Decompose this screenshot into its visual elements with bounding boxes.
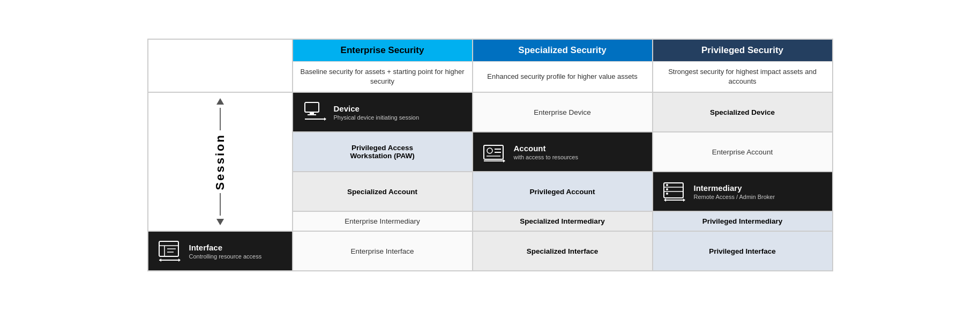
svg-marker-27 (178, 259, 181, 262)
device-specialized-cell: Specialized Device (653, 92, 833, 132)
header-empty-1 (148, 39, 293, 62)
svg-marker-4 (324, 117, 326, 121)
account-row-label: Account with access to resources (473, 132, 653, 172)
intermediary-row-text: Intermediary Remote Access / Admin Broke… (694, 183, 775, 200)
svg-rect-0 (305, 102, 319, 112)
device-title: Device (334, 104, 420, 113)
intermediary-row-label: Intermediary Remote Access / Admin Broke… (653, 172, 833, 211)
header-specialized: Specialized Security (473, 39, 653, 62)
interface-subtitle: Controlling resource access (189, 253, 262, 260)
session-label: Session (213, 134, 227, 190)
enterprise-subtitle: Baseline security for assets + starting … (293, 62, 473, 92)
svg-point-6 (487, 148, 492, 153)
intermediary-specialized-value: Specialized Intermediary (520, 217, 604, 225)
intermediary-specialized-cell: Specialized Intermediary (473, 211, 653, 231)
device-row-text: Device Physical device initiating sessio… (334, 104, 420, 121)
device-enterprise-cell: Enterprise Device (473, 92, 653, 132)
interface-row-label: Interface Controlling resource access (148, 231, 293, 271)
main-table: Enterprise Security Specialized Security… (147, 39, 833, 271)
intermediary-icon (662, 179, 687, 204)
session-line-top (220, 108, 221, 130)
svg-marker-20 (683, 198, 685, 202)
intermediary-privileged-cell: Privileged Intermediary (653, 211, 833, 231)
account-privileged-value: Privileged Account (530, 188, 595, 196)
header-enterprise: Enterprise Security (293, 39, 473, 62)
intermediary-privileged-value: Privileged Intermediary (702, 217, 782, 225)
specialized-title: Specialized Security (518, 45, 606, 56)
account-enterprise-value: Enterprise Account (712, 148, 773, 156)
interface-title: Interface (189, 243, 262, 252)
account-specialized-cell: Specialized Account (293, 172, 473, 211)
privileged-title: Privileged Security (701, 45, 783, 56)
svg-rect-2 (308, 114, 316, 115)
table-grid: Enterprise Security Specialized Security… (148, 39, 833, 271)
intermediary-enterprise-cell: Enterprise Intermediary (293, 211, 473, 231)
svg-point-16 (666, 188, 668, 190)
specialized-subtitle: Enhanced security profile for higher val… (473, 62, 653, 92)
header-privileged: Privileged Security (653, 39, 833, 62)
intermediary-enterprise-value: Enterprise Intermediary (345, 217, 420, 225)
account-specialized-value: Specialized Account (347, 188, 417, 196)
device-subtitle: Physical device initiating session (334, 114, 420, 121)
interface-specialized-value: Specialized Interface (527, 247, 599, 255)
intermediary-subtitle: Remote Access / Admin Broker (694, 194, 775, 200)
interface-specialized-cell: Specialized Interface (473, 231, 653, 271)
svg-point-15 (666, 184, 668, 186)
device-privileged-value: Privileged AccessWorkstation (PAW) (350, 144, 414, 160)
session-column: Session (148, 92, 293, 231)
device-enterprise-value: Enterprise Device (534, 108, 591, 116)
session-line-bottom (220, 193, 221, 216)
arrow-up-icon (216, 98, 224, 105)
account-subtitle: with access to resources (514, 154, 578, 160)
account-title: Account (514, 144, 578, 153)
interface-row-text: Interface Controlling resource access (189, 243, 262, 260)
interface-icon (157, 238, 183, 264)
privileged-subtitle: Strongest security for highest impact as… (653, 62, 833, 92)
interface-enterprise-cell: Enterprise Interface (293, 231, 473, 271)
svg-marker-28 (159, 259, 161, 262)
device-icon (302, 99, 327, 125)
device-row-label: Device Physical device initiating sessio… (293, 92, 473, 132)
interface-enterprise-value: Enterprise Interface (351, 247, 414, 255)
device-privileged-cell: Privileged AccessWorkstation (PAW) (293, 132, 473, 172)
account-enterprise-cell: Enterprise Account (653, 132, 833, 172)
interface-privileged-value: Privileged Interface (709, 247, 776, 255)
interface-privileged-cell: Privileged Interface (653, 231, 833, 271)
svg-rect-1 (310, 112, 314, 114)
account-icon (482, 139, 507, 165)
enterprise-title: Enterprise Security (341, 45, 424, 56)
intermediary-title: Intermediary (694, 183, 775, 193)
device-specialized-value: Specialized Device (710, 108, 775, 116)
svg-point-17 (666, 193, 668, 195)
svg-marker-11 (503, 159, 505, 163)
account-privileged-cell: Privileged Account (473, 172, 653, 211)
account-row-text: Account with access to resources (514, 144, 578, 160)
arrow-down-icon (216, 219, 224, 225)
header-empty-2 (148, 62, 293, 92)
